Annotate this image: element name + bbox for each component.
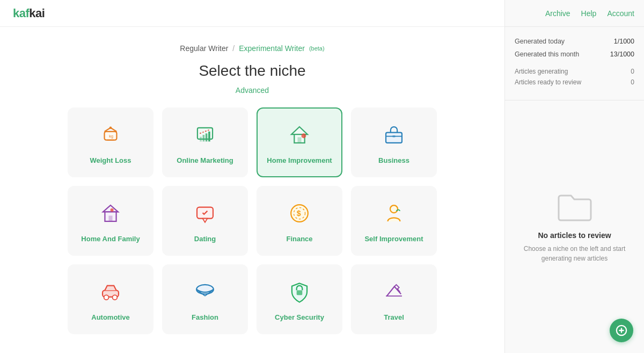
niche-card-fashion[interactable]: Fashion	[162, 264, 248, 334]
help-link[interactable]: Help	[581, 9, 597, 18]
cyber-security-label: Cyber Security	[275, 313, 324, 322]
articles-ready-value: 0	[631, 78, 634, 86]
page-title: Select the niche	[199, 62, 305, 80]
niche-card-self-improvement[interactable]: Self Improvement	[351, 186, 437, 256]
sidebar-stats: Generated today 1/1000 Generated this mo…	[505, 27, 644, 100]
stat-articles-ready: Articles ready to review 0	[515, 78, 634, 86]
niche-card-dating[interactable]: Dating	[162, 186, 248, 256]
logo: kafkai	[13, 6, 45, 20]
articles-generating-label: Articles generating	[515, 68, 568, 75]
stat-generated-month: Generated this month 13/1000	[515, 51, 634, 58]
niche-card-home-and-family[interactable]: Home And Family	[68, 186, 153, 256]
empty-desc: Choose a niche on the left and start gen…	[516, 244, 633, 263]
writer-tabs: Regular Writer / Experimental Writer (be…	[180, 44, 324, 53]
niche-card-business[interactable]: Business	[351, 107, 437, 177]
finance-icon: $	[288, 201, 311, 228]
fashion-icon	[193, 280, 217, 307]
business-icon	[382, 123, 406, 150]
svg-rect-16	[386, 132, 402, 142]
fab-icon	[616, 325, 627, 336]
self-improvement-icon	[382, 201, 406, 228]
folder-icon	[556, 190, 594, 222]
niche-card-finance[interactable]: $Finance	[257, 186, 342, 256]
online-marketing-icon	[193, 123, 217, 150]
tab-experimental-writer[interactable]: Experimental Writer	[239, 44, 305, 53]
tab-beta-badge: (beta)	[309, 45, 325, 52]
niche-card-automotive[interactable]: Automotive	[68, 264, 153, 334]
svg-marker-12	[291, 127, 308, 134]
svg-text:$: $	[297, 209, 301, 218]
finance-label: Finance	[286, 235, 312, 244]
niche-card-cyber-security[interactable]: Cyber Security	[257, 264, 342, 334]
cyber-security-icon	[288, 280, 311, 307]
weight-loss-icon: kg	[99, 123, 122, 150]
empty-state: No articles to review Choose a niche on …	[505, 100, 644, 353]
home-improvement-label: Home Improvement	[267, 156, 332, 165]
main-content: Regular Writer / Experimental Writer (be…	[0, 27, 504, 353]
archive-link[interactable]: Archive	[545, 9, 570, 18]
stat-articles-generating: Articles generating 0	[515, 68, 634, 75]
svg-rect-9	[206, 133, 208, 141]
svg-marker-24	[203, 218, 208, 222]
dating-icon	[193, 201, 217, 228]
svg-marker-19	[103, 205, 118, 212]
home-and-family-icon	[99, 201, 122, 228]
travel-label: Travel	[384, 313, 404, 322]
automotive-icon	[99, 280, 122, 307]
fab-button[interactable]	[610, 319, 633, 342]
svg-rect-8	[203, 135, 205, 141]
weight-loss-label: Weight Loss	[90, 156, 131, 165]
svg-rect-18	[392, 135, 395, 137]
niche-card-home-improvement[interactable]: Home Improvement	[257, 107, 342, 177]
stat-generated-today: Generated today 1/1000	[515, 38, 634, 45]
articles-ready-label: Articles ready to review	[515, 78, 581, 86]
tab-regular-writer[interactable]: Regular Writer	[180, 44, 228, 53]
sidebar: Archive Help Account Generated today 1/1…	[504, 0, 644, 353]
niche-card-weight-loss[interactable]: kgWeight Loss	[68, 107, 153, 177]
business-label: Business	[378, 156, 409, 165]
self-improvement-label: Self Improvement	[364, 235, 423, 244]
svg-rect-10	[208, 131, 210, 141]
svg-rect-7	[200, 136, 202, 141]
svg-point-22	[111, 208, 114, 211]
svg-point-15	[302, 133, 306, 138]
svg-point-31	[113, 295, 118, 300]
advanced-link[interactable]: Advanced	[236, 86, 269, 95]
niche-card-online-marketing[interactable]: Online Marketing	[162, 107, 248, 177]
niche-grid: kgWeight LossOnline MarketingHome Improv…	[68, 107, 437, 334]
svg-rect-21	[108, 215, 112, 221]
generated-today-label: Generated today	[515, 38, 565, 45]
empty-title: No articles to review	[538, 231, 611, 240]
svg-rect-14	[297, 137, 301, 143]
tab-divider: /	[232, 44, 235, 53]
svg-point-30	[104, 295, 109, 300]
svg-point-28	[390, 205, 398, 213]
online-marketing-label: Online Marketing	[177, 156, 233, 165]
fashion-label: Fashion	[192, 313, 218, 322]
sidebar-top-nav: Archive Help Account	[505, 0, 644, 27]
account-link[interactable]: Account	[607, 9, 634, 18]
articles-generating-value: 0	[631, 68, 634, 75]
niche-card-travel[interactable]: Travel	[351, 264, 437, 334]
svg-text:kg: kg	[109, 134, 113, 139]
top-nav: kafkai	[0, 0, 504, 27]
automotive-label: Automotive	[91, 313, 130, 322]
svg-rect-35	[297, 290, 303, 295]
travel-icon	[382, 280, 406, 307]
generated-month-value: 13/1000	[610, 51, 634, 58]
svg-rect-6	[197, 127, 213, 139]
dating-label: Dating	[194, 235, 216, 244]
generated-month-label: Generated this month	[515, 51, 579, 58]
svg-point-3	[109, 126, 112, 128]
home-improvement-icon	[288, 123, 311, 150]
home-and-family-label: Home And Family	[81, 235, 140, 244]
generated-today-value: 1/1000	[614, 38, 634, 45]
